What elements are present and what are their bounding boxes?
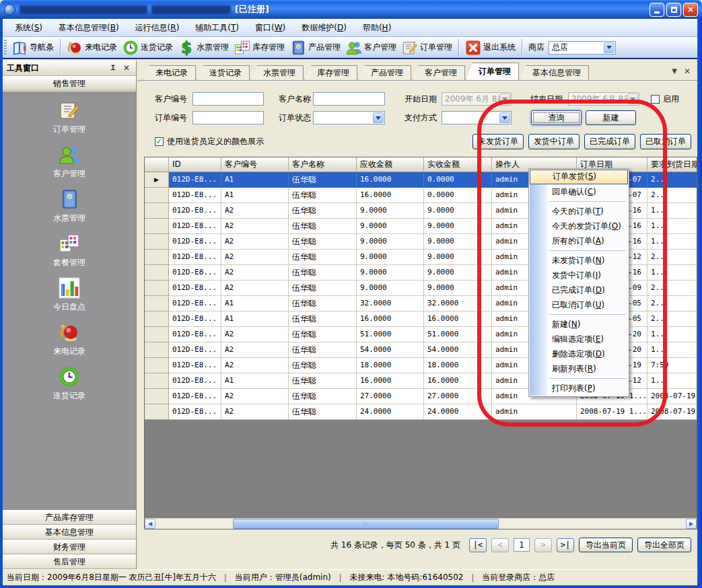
customer-no-input[interactable] [192, 92, 264, 106]
menubar-item-4[interactable]: 辅助工具(T) [187, 20, 247, 36]
next-page-button[interactable]: > [534, 538, 552, 552]
context-menu-item-发货中订单(I)[interactable]: 发货中订单(I) [530, 268, 628, 283]
sidebar-item-来电记录[interactable]: 来电记录 [53, 322, 85, 357]
scroll-right-icon[interactable]: ▶ [686, 519, 697, 529]
sidebar-item-水票管理[interactable]: 水票管理 [53, 188, 85, 224]
context-menu-item-已取消订单(U)[interactable]: 已取消订单(U) [530, 297, 628, 312]
context-menu-item-打印列表(P)[interactable]: 打印列表(P) [530, 381, 628, 396]
column-header-要求到货日期[interactable]: 要求到货日期 [647, 157, 697, 172]
column-header-ID[interactable]: ID [169, 157, 221, 172]
tab-基本信息管理[interactable]: 基本信息管理 [520, 65, 589, 80]
status-filter-button-已完成订单[interactable]: 已完成订单 [584, 134, 635, 149]
sidebar-item-今日盘点[interactable]: 今日盘点 [53, 277, 85, 313]
menubar-item-3[interactable]: 运行信息(R) [127, 20, 188, 36]
context-menu-item-新建(N)[interactable]: 新建(N) [530, 317, 628, 332]
context-menu-item-刷新列表(R)[interactable]: 刷新列表(R) [530, 361, 628, 376]
column-header-应收金额[interactable]: 应收金额 [357, 157, 424, 172]
scrollbar-track[interactable]: ⦙⦙⦙ [155, 519, 686, 529]
order-no-input[interactable] [192, 111, 264, 124]
context-menu-item-今天的发货订单(O)[interactable]: 今天的发货订单(O) [530, 219, 628, 233]
customer-name-input[interactable] [313, 92, 385, 106]
query-button[interactable]: 查询 [531, 110, 582, 125]
column-header-实收金额[interactable]: 实收金额 [424, 157, 492, 172]
tab-库存管理[interactable]: 库存管理 [304, 65, 357, 80]
tab-来电记录[interactable]: 来电记录 [143, 65, 196, 80]
menubar-item-7[interactable]: 帮助(H) [355, 20, 399, 36]
menubar-item-1[interactable]: 系统(S) [7, 20, 50, 36]
toolbar-button-产品管理[interactable]: 产品管理 [287, 38, 343, 57]
toolbar-grip[interactable] [4, 40, 7, 56]
context-menu-item-编辑选定项(E)[interactable]: 编辑选定项(E) [530, 332, 628, 346]
scrollbar-thumb[interactable]: ⦙⦙⦙ [233, 519, 499, 529]
context-menu-item-订单发货(S)[interactable]: 订单发货(S) [530, 170, 628, 184]
sidebar-item-客户管理[interactable]: 客户管理 [53, 144, 85, 180]
end-date-picker[interactable]: 2009年 6月 8日 [568, 92, 639, 106]
last-page-button[interactable]: >| [557, 538, 574, 552]
tab-客户管理[interactable]: 客户管理 [412, 65, 465, 80]
menubar-item-6[interactable]: 数据维护(D) [293, 20, 355, 36]
cell-operator: admin [492, 404, 577, 420]
enable-date-checkbox[interactable]: 启用 [651, 92, 679, 106]
status-filter-button-已取消订单[interactable]: 已取消订单 [640, 134, 691, 149]
page-number-input[interactable]: 1 [514, 538, 530, 552]
statusbar-segment-4: 当前登录商店：总店 [482, 572, 555, 583]
tab-产品管理[interactable]: 产品管理 [358, 65, 411, 80]
toolbar-button-订单管理[interactable]: 订单管理 [399, 38, 455, 57]
context-menu-item-未发货订单(N)[interactable]: 未发货订单(N) [530, 253, 628, 268]
export-all-pages-button[interactable]: 导出全部页 [637, 538, 691, 552]
context-menu-item-已完成订单(D)[interactable]: 已完成订单(D) [530, 283, 628, 297]
column-header-客户编号[interactable]: 客户编号 [221, 157, 289, 172]
sidebar-group-售后管理[interactable]: 售后管理 [3, 554, 136, 569]
scroll-left-icon[interactable]: ◀ [145, 519, 155, 529]
menubar: 系统(S)基本信息管理(B)运行信息(R)辅助工具(T)窗口(W)数据维护(D)… [0, 19, 702, 37]
sidebar-group-财务管理[interactable]: 财务管理 [3, 540, 136, 554]
sidebar-group-产品库存管理[interactable]: 产品库存管理 [3, 510, 136, 525]
context-menu-item-回单确认(C)[interactable]: 回单确认(C) [530, 184, 628, 199]
tab-订单管理[interactable]: 订单管理 [466, 63, 519, 80]
row-header-cell [145, 234, 169, 250]
context-menu-item-所有的订单(A)[interactable]: 所有的订单(A) [530, 233, 628, 248]
minimize-button[interactable] [650, 3, 664, 17]
sidebar-panel: 订单管理客户管理水票管理套餐管理今日盘点来电记录送货记录 [3, 91, 136, 510]
context-menu-item-删除选定项(D)[interactable]: 删除选定项(D) [530, 346, 628, 361]
close-button[interactable]: × [683, 3, 698, 17]
prev-page-button[interactable]: < [491, 538, 509, 552]
tab-水票管理[interactable]: 水票管理 [250, 65, 304, 80]
toolbar-button-导航条[interactable]: 导航条 [9, 38, 57, 57]
toolbar-button-送货记录[interactable]: 送货记录 [120, 38, 176, 57]
toolbar-button-来电记录[interactable]: 来电记录 [64, 38, 120, 57]
toolbar-button-水票管理[interactable]: $水票管理 [176, 38, 232, 57]
pin-icon[interactable] [108, 63, 118, 73]
maximize-button[interactable] [666, 3, 681, 17]
new-button[interactable]: 新建 [586, 110, 636, 125]
sidebar-item-label: 来电记录 [53, 346, 85, 357]
menubar-item-5[interactable]: 窗口(W) [247, 20, 293, 36]
start-date-picker[interactable]: 2009年 6月 8日 [442, 92, 512, 106]
tab-list-dropdown-icon[interactable]: ▼ [672, 67, 677, 75]
status-filter-button-发货中订单[interactable]: 发货中订单 [528, 134, 580, 149]
pay-method-select[interactable] [442, 111, 512, 124]
driver-color-checkbox[interactable]: ✓ 使用送货员定义的颜色展示 [155, 135, 264, 148]
toolbar-button-库存管理[interactable]: 库存管理 [232, 38, 287, 57]
order-state-select[interactable] [313, 111, 385, 124]
toolbar-button-客户管理[interactable]: 客户管理 [343, 38, 399, 57]
sidebar-item-订单管理[interactable]: 订单管理 [53, 100, 85, 135]
export-current-page-button[interactable]: 导出当前页 [579, 538, 633, 552]
sidebar-close-icon[interactable]: ✕ [121, 63, 132, 73]
toolbar-button-退出系统[interactable]: 退出系统 [462, 38, 518, 57]
cell-customer_name: 伍华聪 [289, 203, 357, 219]
sidebar-item-送货记录[interactable]: 送货记录 [53, 366, 85, 402]
first-page-button[interactable]: |< [469, 538, 487, 552]
sidebar-group-基本信息管理[interactable]: 基本信息管理 [3, 525, 136, 540]
shop-select[interactable]: 总店 [549, 41, 616, 54]
tab-close-icon[interactable]: ✕ [684, 67, 691, 76]
tab-送货记录[interactable]: 送货记录 [197, 65, 250, 80]
column-header-客户名称[interactable]: 客户名称 [289, 157, 357, 172]
sidebar-item-套餐管理[interactable]: 套餐管理 [53, 233, 85, 268]
sidebar-group-sales[interactable]: 销售管理 [3, 76, 136, 91]
horizontal-scrollbar[interactable]: ◀ ⦙⦙⦙ ▶ [145, 518, 697, 529]
context-menu-item-今天的订单(T)[interactable]: 今天的订单(T) [530, 204, 628, 219]
menubar-item-2[interactable]: 基本信息管理(B) [50, 20, 127, 36]
status-filter-button-未发货订单[interactable]: 未发货订单 [472, 134, 524, 149]
table-row[interactable]: 012D-E8...A2伍华聪24.000024.0000admin2008-0… [145, 404, 697, 420]
